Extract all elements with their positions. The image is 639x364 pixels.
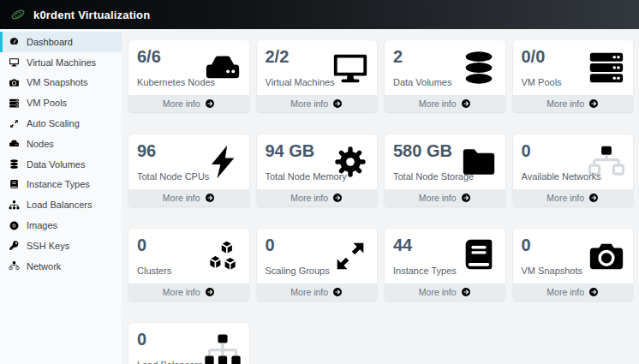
sidebar-item-label: Auto Scaling — [27, 118, 80, 128]
stat-label: Virtual Machines — [266, 77, 369, 87]
more-info-label: More info — [290, 287, 328, 297]
sidebar-item-instance-types[interactable]: Instance Types — [0, 175, 122, 195]
sidebar-item-label: VM Snapshots — [27, 77, 88, 87]
database-icon — [9, 158, 20, 170]
app-header: k0rdent Virtualization — [0, 0, 639, 29]
sidebar-item-data-volumes[interactable]: Data Volumes — [0, 154, 122, 175]
arrow-circle-right-icon — [205, 193, 215, 203]
arrow-circle-right-icon — [588, 193, 599, 203]
sidebar-item-load-balancers[interactable]: Load Balancers — [0, 194, 122, 215]
more-info-link[interactable]: More info — [385, 95, 505, 112]
app-title: k0rdent Virtualization — [33, 9, 150, 21]
stat-label: VM Snapshots — [522, 266, 625, 276]
stat-label: Available Networks — [522, 171, 625, 182]
sidebar-item-label: Network — [27, 261, 61, 272]
stat-card-instance-types: 44 Instance Types More info — [385, 229, 505, 301]
more-info-link[interactable]: More info — [513, 95, 634, 112]
stat-card-clusters: 0 Clusters More info — [128, 229, 249, 301]
stat-label: Scaling Groups — [266, 266, 369, 276]
sidebar-item-nodes[interactable]: Nodes — [0, 134, 122, 154]
sidebar-item-label: Images — [27, 220, 57, 230]
sitemap-icon — [9, 200, 20, 211]
key-icon — [9, 240, 20, 251]
sidebar-item-auto-scaling[interactable]: Auto Scaling — [0, 113, 122, 134]
arrow-circle-right-icon — [461, 98, 471, 109]
more-info-label: More info — [546, 98, 584, 109]
network-icon — [9, 260, 20, 272]
more-info-link[interactable]: More info — [385, 189, 505, 206]
stat-card-data-volumes: 2 Data Volumes More info — [385, 40, 505, 112]
more-info-label: More info — [163, 193, 200, 203]
sidebar-item-label: Virtual Machines — [27, 57, 96, 68]
more-info-link[interactable]: More info — [385, 283, 505, 301]
more-info-label: More info — [419, 287, 457, 297]
arrow-circle-right-icon — [205, 98, 215, 109]
sidebar-item-vm-snapshots[interactable]: VM Snapshots — [0, 73, 122, 93]
sidebar-item-network[interactable]: Network — [0, 256, 122, 277]
more-info-link[interactable]: More info — [128, 189, 249, 206]
sidebar-item-label: Load Balancers — [27, 200, 92, 210]
stat-card-kubernetes-nodes: 6/6 Kubernetes Nodes More info — [128, 40, 249, 112]
sidebar-item-vm-pools[interactable]: VM Pools — [0, 92, 122, 113]
stat-card-load-balancers: 0 Load Balancers More info — [128, 323, 249, 364]
k0rdent-logo-icon — [10, 7, 26, 22]
arrow-circle-right-icon — [588, 98, 599, 109]
sidebar-item-virtual-machines[interactable]: Virtual Machines — [0, 52, 122, 73]
more-info-link[interactable]: More info — [128, 95, 249, 112]
more-info-label: More info — [546, 193, 584, 203]
more-info-link[interactable]: More info — [257, 189, 378, 206]
arrow-circle-right-icon — [461, 287, 471, 297]
hdd-icon — [9, 138, 20, 149]
stat-card-vm-snapshots: 0 VM Snapshots More info — [513, 229, 634, 301]
sidebar-item-label: Data Volumes — [27, 159, 85, 170]
stat-card-virtual-machines: 2/2 Virtual Machines More info — [257, 40, 378, 112]
sidebar-item-label: SSH Keys — [27, 241, 69, 251]
sidebar-item-label: Nodes — [27, 139, 54, 149]
arrow-circle-right-icon — [588, 287, 599, 297]
scaling-arrows-icon — [9, 118, 20, 129]
more-info-label: More info — [419, 193, 457, 203]
sidebar-nav: Dashboard Virtual Machines VM Snapshots … — [0, 29, 122, 364]
stat-card-grid: 6/6 Kubernetes Nodes More info 2/2 Virtu… — [128, 40, 633, 364]
sidebar-item-label: Dashboard — [27, 37, 73, 47]
tachometer-icon — [9, 36, 20, 47]
stat-card-available-networks: 0 Available Networks More info — [513, 134, 634, 206]
more-info-label: More info — [163, 287, 200, 297]
more-info-link[interactable]: More info — [128, 283, 249, 301]
stat-card-total-node-cpus: 96 Total Node CPUs More info — [128, 134, 249, 206]
dashboard-content: 6/6 Kubernetes Nodes More info 2/2 Virtu… — [122, 29, 639, 364]
sidebar-item-ssh-keys[interactable]: SSH Keys — [0, 236, 122, 256]
arrow-circle-right-icon — [332, 193, 343, 203]
stat-label: Total Node CPUs — [137, 171, 241, 182]
more-info-label: More info — [419, 98, 457, 109]
sidebar-item-images[interactable]: Images — [0, 215, 122, 236]
more-info-link[interactable]: More info — [257, 95, 378, 112]
stat-label: Load Balancers — [137, 360, 241, 364]
sidebar-item-dashboard[interactable]: Dashboard — [0, 32, 122, 52]
app-window: k0rdent Virtualization Dashboard Virtual… — [0, 0, 639, 364]
server-stack-icon — [9, 98, 20, 109]
stat-card-total-node-storage: 580 GB Total Node Storage More info — [385, 134, 505, 206]
stat-card-total-node-memory: 94 GB Total Node Memory More info — [257, 134, 378, 206]
more-info-link[interactable]: More info — [257, 283, 378, 301]
sidebar-item-label: Instance Types — [27, 179, 90, 189]
arrow-circle-right-icon — [461, 193, 471, 203]
more-info-label: More info — [290, 193, 328, 203]
camera-icon — [9, 77, 20, 88]
stat-card-scaling-groups: 0 Scaling Groups More info — [257, 229, 378, 301]
arrow-circle-right-icon — [205, 287, 215, 297]
more-info-link[interactable]: More info — [513, 283, 634, 301]
stat-label: Total Node Memory — [266, 171, 369, 182]
more-info-label: More info — [163, 98, 200, 109]
disc-icon — [9, 220, 20, 231]
book-icon — [9, 179, 20, 190]
stat-label: Instance Types — [393, 266, 497, 276]
stat-label: Total Node Storage — [393, 171, 497, 182]
more-info-link[interactable]: More info — [513, 189, 634, 206]
arrow-circle-right-icon — [332, 98, 343, 109]
sidebar-item-label: VM Pools — [27, 98, 67, 108]
stat-card-vm-pools: 0/0 VM Pools More info — [513, 40, 634, 112]
more-info-label: More info — [546, 287, 584, 297]
stat-label: Data Volumes — [393, 77, 497, 87]
stat-label: Kubernetes Nodes — [137, 77, 241, 87]
